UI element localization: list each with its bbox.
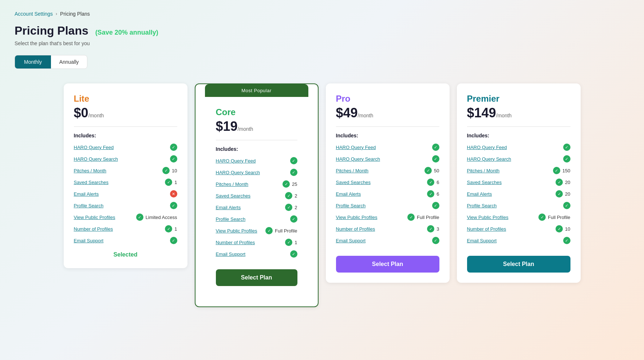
feature-right: ✓ <box>170 237 177 244</box>
check-icon-green: ✓ <box>285 204 292 211</box>
select-plan-btn-pro[interactable]: Select Plan <box>336 256 439 273</box>
feature-name[interactable]: HARO Query Feed <box>336 145 376 150</box>
feature-right: ✓ <box>170 155 177 163</box>
feature-row: Email Alerts ✓ 2 <box>216 204 297 211</box>
feature-name[interactable]: Email Alerts <box>74 191 99 197</box>
feature-right: ✓ 2 <box>285 204 297 211</box>
feature-right: ✓ <box>432 237 439 244</box>
feature-name[interactable]: Pitches / Month <box>336 168 369 173</box>
annually-toggle-btn[interactable]: Annually <box>51 55 87 69</box>
feature-name[interactable]: View Public Profiles <box>74 215 115 220</box>
includes-label-pro: Includes: <box>336 133 439 138</box>
feature-name[interactable]: Email Alerts <box>216 205 241 210</box>
feature-right: ✓ Full Profile <box>407 214 439 221</box>
feature-row: Profile Search ✓ <box>467 202 570 209</box>
feature-name[interactable]: Email Support <box>216 251 246 257</box>
feature-name[interactable]: Email Support <box>467 238 497 243</box>
feature-name[interactable]: Saved Searches <box>216 193 250 199</box>
feature-right: ✓ <box>170 202 177 209</box>
plan-card-pro: Pro $49/month Includes: HARO Query Feed … <box>326 83 450 283</box>
feature-row: Number of Profiles ✓ 3 <box>336 225 439 232</box>
feature-name[interactable]: Pitches / Month <box>467 168 500 173</box>
feature-row: HARO Query Feed ✓ <box>74 144 177 151</box>
feature-name[interactable]: Email Alerts <box>336 191 361 197</box>
check-icon-green: ✓ <box>165 179 172 186</box>
select-plan-btn-core[interactable]: Select Plan <box>216 269 297 286</box>
feature-value: 2 <box>295 205 297 210</box>
feature-name[interactable]: Saved Searches <box>336 180 371 185</box>
check-icon-green: ✓ <box>563 144 570 151</box>
feature-name[interactable]: Email Alerts <box>467 191 492 197</box>
feature-row: View Public Profiles ✓ Full Profile <box>216 227 297 234</box>
check-icon-green: ✓ <box>283 180 290 188</box>
feature-row: HARO Query Feed ✓ <box>336 144 439 151</box>
check-icon-green: ✓ <box>285 192 292 199</box>
feature-name[interactable]: View Public Profiles <box>336 215 378 220</box>
feature-name[interactable]: Number of Profiles <box>467 226 506 232</box>
breadcrumb-current: Pricing Plans <box>60 11 90 17</box>
feature-name[interactable]: Pitches / Month <box>216 181 249 187</box>
feature-name[interactable]: HARO Query Feed <box>74 145 114 150</box>
feature-name[interactable]: Profile Search <box>336 203 366 208</box>
feature-row: Email Support ✓ <box>467 237 570 244</box>
feature-row: Pitches / Month ✓ 50 <box>336 167 439 174</box>
breadcrumb-parent[interactable]: Account Settings <box>15 11 53 17</box>
check-icon-green: ✓ <box>290 215 297 223</box>
feature-name[interactable]: View Public Profiles <box>467 215 509 220</box>
plan-card-premier: Premier $149/month Includes: HARO Query … <box>457 83 581 283</box>
breadcrumb: Account Settings › Pricing Plans <box>15 11 629 17</box>
feature-row: Saved Searches ✓ 20 <box>467 179 570 186</box>
feature-name[interactable]: Email Support <box>74 238 104 243</box>
feature-name[interactable]: Profile Search <box>216 216 246 222</box>
feature-row: View Public Profiles ✓ Full Profile <box>336 214 439 221</box>
feature-right: ✓ 6 <box>427 179 439 186</box>
feature-row: Email Alerts ✓ 6 <box>336 190 439 197</box>
feature-name[interactable]: Number of Profiles <box>336 226 375 232</box>
feature-name[interactable]: HARO Query Search <box>74 156 118 162</box>
feature-name[interactable]: Saved Searches <box>74 180 108 185</box>
check-icon-green: ✓ <box>170 237 177 244</box>
feature-name[interactable]: Pitches / Month <box>74 168 107 173</box>
feature-row: Email Alerts ✕ <box>74 190 177 197</box>
feature-right: ✓ <box>290 157 297 164</box>
feature-name[interactable]: Number of Profiles <box>216 240 255 245</box>
feature-row: Pitches / Month ✓ 10 <box>74 167 177 174</box>
includes-label-premier: Includes: <box>467 133 570 138</box>
check-icon-green: ✓ <box>432 237 439 244</box>
feature-right: ✓ <box>563 237 570 244</box>
feature-name[interactable]: HARO Query Search <box>336 156 380 162</box>
breadcrumb-separator: › <box>56 11 57 16</box>
check-icon-green: ✓ <box>556 179 563 186</box>
feature-row: Number of Profiles ✓ 1 <box>74 225 177 232</box>
feature-name[interactable]: Number of Profiles <box>74 226 113 232</box>
check-icon-green: ✓ <box>553 167 560 174</box>
feature-row: HARO Query Search ✓ <box>336 155 439 163</box>
feature-name[interactable]: Saved Searches <box>467 180 502 185</box>
feature-row: Saved Searches ✓ 6 <box>336 179 439 186</box>
check-icon-green: ✓ <box>407 214 415 221</box>
check-icon-green: ✓ <box>162 167 170 174</box>
feature-right: ✓ 50 <box>424 167 439 174</box>
feature-name[interactable]: View Public Profiles <box>216 228 257 234</box>
feature-name[interactable]: Profile Search <box>467 203 497 208</box>
feature-row: View Public Profiles ✓ Limited Access <box>74 214 177 221</box>
feature-name[interactable]: HARO Query Search <box>467 156 511 162</box>
select-plan-btn-premier[interactable]: Select Plan <box>467 256 570 273</box>
feature-name[interactable]: Profile Search <box>74 203 104 208</box>
divider-premier <box>467 126 570 127</box>
feature-name[interactable]: HARO Query Feed <box>216 158 256 164</box>
feature-name[interactable]: HARO Query Feed <box>467 145 507 150</box>
feature-name[interactable]: HARO Query Search <box>216 170 260 175</box>
feature-right: ✓ 1 <box>165 225 177 232</box>
feature-row: Email Support ✓ <box>336 237 439 244</box>
plan-name-lite: Lite <box>74 94 177 104</box>
feature-row: HARO Query Search ✓ <box>216 169 297 176</box>
monthly-toggle-btn[interactable]: Monthly <box>15 55 51 69</box>
feature-value: 2 <box>295 193 297 199</box>
feature-row: Number of Profiles ✓ 10 <box>467 225 570 232</box>
check-icon-green: ✓ <box>427 179 434 186</box>
feature-row: HARO Query Feed ✓ <box>467 144 570 151</box>
feature-name[interactable]: Email Support <box>336 238 366 243</box>
feature-value: 10 <box>565 226 570 232</box>
check-icon-green: ✓ <box>424 167 432 174</box>
